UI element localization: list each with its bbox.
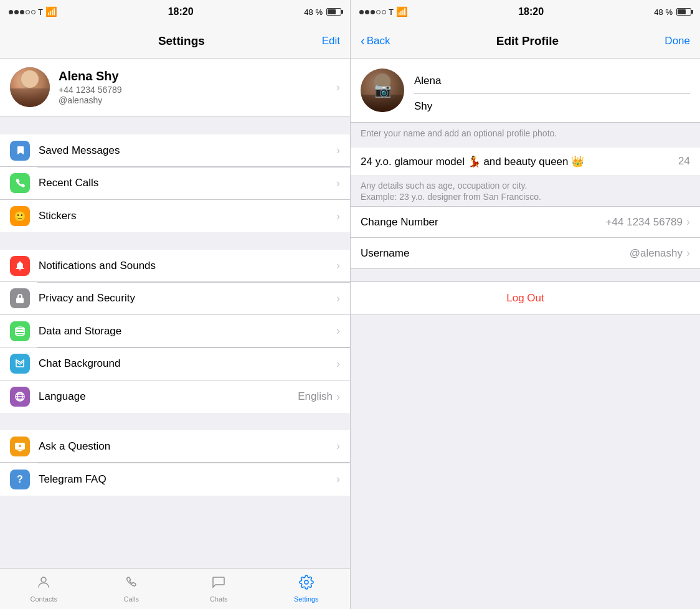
recent-calls-icon [10,173,30,193]
ask-question-chevron: › [336,440,340,453]
r-dot-4 [376,10,381,14]
privacy-label: Privacy and Security [39,292,336,304]
profile-row[interactable]: Alena Shy +44 1234 56789 @alenashy › [0,59,350,116]
telegram-faq-label: Telegram FAQ [39,473,336,486]
battery-pct-left: 48 % [304,7,323,17]
tab-settings[interactable]: Settings [263,575,351,603]
tab-chats[interactable]: Chats [175,575,263,603]
username-label: Username [361,247,630,260]
bio-hint-text: Any details such as age, occupation or c… [361,181,541,202]
logout-section[interactable]: Log Out [351,281,700,315]
tab-calls[interactable]: Calls [88,575,176,603]
data-storage-icon [10,321,30,341]
dot-4 [26,10,30,14]
bio-row: 24 y.o. glamour model 💃 and beauty queen… [351,148,700,176]
saved-messages-chevron: › [336,144,340,157]
change-number-row[interactable]: Change Number +44 1234 56789 › [351,207,700,238]
svg-point-8 [41,577,46,582]
stickers-item[interactable]: 🙂 Stickers › [0,200,350,232]
recent-calls-label: Recent Calls [39,177,336,189]
wifi-icon: 📶 [45,6,57,17]
back-chevron-icon: ‹ [361,34,365,47]
first-name-input[interactable] [414,75,690,87]
language-item[interactable]: Language English › [0,380,350,413]
profile-hint-text: Enter your name and add an optional prof… [361,128,557,138]
language-icon [10,387,30,407]
recent-calls-item[interactable]: Recent Calls › [0,168,350,200]
privacy-item[interactable]: Privacy and Security › [0,283,350,315]
left-nav-title: Settings [158,34,205,48]
notifications-icon [10,256,30,276]
telegram-faq-icon: ? [10,470,30,489]
right-carrier-info: T 📶 [359,6,408,17]
chat-background-item[interactable]: Chat Background › [0,348,350,380]
stickers-icon: 🙂 [10,206,30,226]
right-nav-title: Edit Profile [496,34,559,48]
dot-5 [31,10,35,14]
chats-label: Chats [210,595,228,603]
logout-button[interactable]: Log Out [506,292,544,304]
battery-fill-left [328,9,336,14]
chat-background-label: Chat Background [39,357,336,370]
svg-rect-0 [16,298,24,303]
section-gap-1 [0,117,350,135]
username-chevron: › [686,247,690,260]
dot-2 [14,10,19,14]
left-panel: T 📶 18:20 48 % Settings Edit Alena Shy +… [0,0,350,609]
username-value: @alenashy [630,247,683,260]
profile-hint-box: Enter your name and add an optional prof… [351,123,700,148]
chat-background-icon [10,354,30,374]
tab-contacts[interactable]: Contacts [0,575,88,603]
bio-section: 24 y.o. glamour model 💃 and beauty queen… [351,148,700,206]
saved-messages-item[interactable]: Saved Messages › [0,135,350,167]
section-gap-2 [0,232,350,250]
right-battery-fill [678,9,686,14]
last-name-input[interactable] [414,100,690,113]
ask-question-label: Ask a Question [39,440,336,453]
bio-char-count: 24 [678,155,690,168]
r-dot-2 [365,10,369,14]
right-battery-pct: 48 % [654,7,673,17]
calls-label: Calls [124,595,139,603]
pre-logout-gap [351,269,700,275]
change-number-label: Change Number [361,216,606,229]
right-panel: T 📶 18:20 48 % ‹ Back Edit Profile Done [350,0,700,609]
stickers-label: Stickers [39,210,336,222]
telegram-faq-item[interactable]: ? Telegram FAQ › [0,463,350,496]
chats-icon [211,575,226,593]
r-dot-1 [359,10,364,14]
right-battery: 48 % [654,7,691,17]
left-time: 18:20 [168,6,194,17]
settings-icon [299,575,314,593]
edit-avatar[interactable]: 📷 [361,68,404,112]
battery-icon-left [326,8,341,16]
edit-button[interactable]: Edit [322,35,340,47]
profile-name: Alena Shy [59,69,336,83]
chat-background-chevron: › [336,357,340,371]
notifications-item[interactable]: Notifications and Sounds › [0,250,350,282]
back-button[interactable]: ‹ Back [361,35,390,47]
privacy-icon [10,288,30,308]
left-carrier-info: T 📶 [9,6,57,17]
right-scroll[interactable]: 📷 Enter your name and add an optional pr… [351,59,700,609]
left-tab-bar: Contacts Calls Chats [0,568,350,609]
section-gap-3 [0,413,350,430]
right-signal-dots [359,10,386,14]
right-status-bar: T 📶 18:20 48 % [351,0,700,24]
ask-question-item[interactable]: Ask a Question › [0,430,350,463]
telegram-faq-chevron: › [336,473,340,486]
profile-info: Alena Shy +44 1234 56789 @alenashy [59,69,336,105]
notifications-label: Notifications and Sounds [39,260,336,272]
profile-username: @alenashy [59,95,336,105]
left-scroll[interactable]: Alena Shy +44 1234 56789 @alenashy › Sav… [0,59,350,568]
username-row[interactable]: Username @alenashy › [351,238,700,269]
data-storage-item[interactable]: Data and Storage › [0,315,350,347]
language-value: English [298,390,333,403]
contacts-label: Contacts [31,595,57,603]
done-button[interactable]: Done [665,35,690,47]
calls-icon [124,575,139,593]
right-carrier: T [389,7,394,17]
avatar [10,67,50,107]
section-3: Ask a Question › ? Telegram FAQ › [0,430,350,496]
right-wifi-icon: 📶 [396,6,408,17]
